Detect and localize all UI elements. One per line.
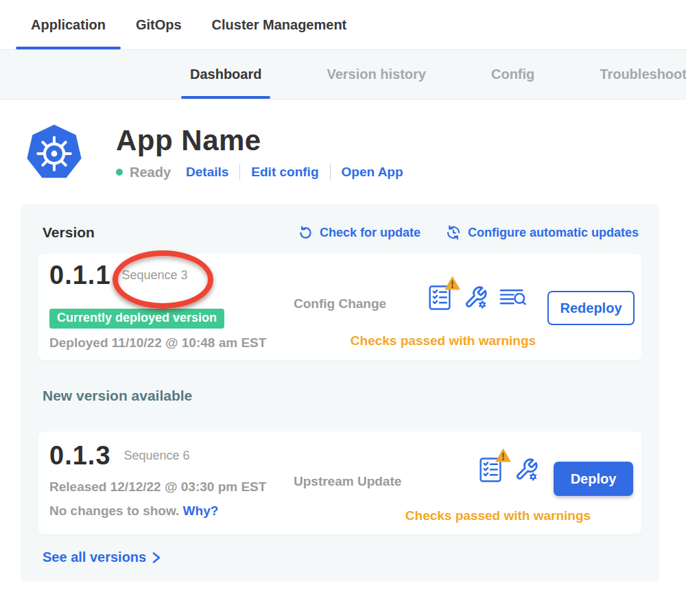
current-version-number: 0.1.1 [49,261,111,290]
currently-deployed-badge: Currently deployed version [49,309,224,329]
auto-update-clock-icon [445,224,462,241]
version-heading: Version [43,224,95,241]
tab-version-history[interactable]: Version history [327,50,426,99]
deploy-button[interactable]: Deploy [554,462,633,496]
no-changes-text: No changes to show. Why? [49,504,218,519]
status-text: Ready [130,165,171,180]
available-version-number: 0.1.3 [49,441,111,471]
why-link[interactable]: Why? [183,504,219,518]
tab-application[interactable]: Application [16,0,121,49]
refresh-icon [298,225,314,241]
view-diff-icon[interactable] [499,287,526,308]
edit-config-wrench-icon[interactable] [464,285,488,309]
version-type-label: Config Change [294,296,386,311]
open-app-link[interactable]: Open App [342,165,403,180]
warning-triangle-icon [495,447,512,463]
secondary-nav: Dashboard Version history Config Trouble… [0,49,686,99]
chevron-right-icon [151,552,162,564]
divider [330,164,331,180]
kubernetes-logo-icon [24,123,84,185]
details-link[interactable]: Details [186,165,228,180]
app-header: App Name Ready Details Edit config Open … [0,99,686,185]
current-version-card: 0.1.1 Sequence 3 Currently deployed vers… [38,254,641,360]
tab-gitops[interactable]: GitOps [121,0,197,49]
preflight-checks-icon[interactable] [428,284,452,311]
page-title: App Name [116,124,403,157]
new-version-banner: New version available [43,388,641,404]
edit-config-wrench-icon[interactable] [514,458,539,482]
warning-triangle-icon [444,275,461,291]
status-dot-icon [116,169,123,176]
checks-warning-text: Checks passed with warnings [395,508,601,523]
edit-config-link[interactable]: Edit config [251,165,318,180]
tab-cluster-management[interactable]: Cluster Management [197,0,362,49]
checks-warning-text: Checks passed with warnings [347,333,539,348]
check-for-update-link[interactable]: Check for update [298,224,421,241]
see-all-versions-link[interactable]: See all versions [43,549,162,565]
tab-dashboard[interactable]: Dashboard [190,50,261,99]
redeploy-button[interactable]: Redeploy [547,291,635,325]
divider [239,164,240,180]
deployed-timestamp: Deployed 11/10/22 @ 10:48 am EST [49,335,266,351]
configure-automatic-updates-link[interactable]: Configure automatic updates [445,224,639,241]
version-type-label: Upstream Update [294,474,401,489]
tab-config[interactable]: Config [491,50,534,99]
released-timestamp: Released 12/12/22 @ 03:30 pm EST [49,479,266,495]
available-version-card: 0.1.3 Sequence 6 Released 12/12/22 @ 03:… [38,431,641,534]
current-version-sequence: Sequence 3 [122,268,188,283]
available-version-sequence: Sequence 6 [124,449,190,463]
primary-nav: Application GitOps Cluster Management [0,0,686,49]
preflight-checks-icon[interactable] [479,456,503,483]
version-panel: Version Check for update [21,204,659,582]
tab-troubleshoot[interactable]: Troubleshoot [600,50,686,99]
app-status-row: Ready Details Edit config Open App [116,164,403,180]
